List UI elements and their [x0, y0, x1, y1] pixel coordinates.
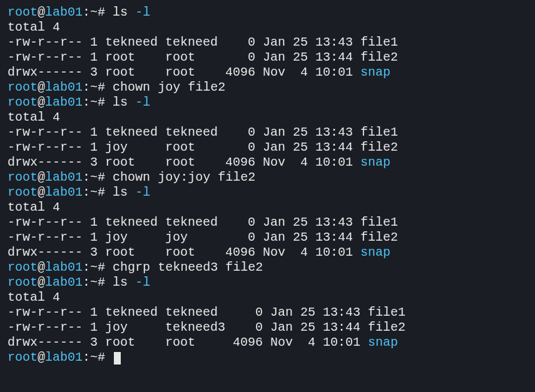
- file-name: file1: [368, 305, 405, 319]
- prompt-sep: :: [83, 80, 90, 94]
- prompt-user: root: [8, 95, 38, 109]
- total-line: total 4: [8, 200, 527, 215]
- command-line: root@lab01:~# ls -l: [8, 95, 527, 110]
- prompt-path: ~: [90, 275, 98, 289]
- table-row: -rw-r--r-- 1 tekneed tekneed 0 Jan 25 13…: [8, 125, 527, 140]
- prompt-at: @: [38, 5, 45, 19]
- prompt-symbol: #: [98, 80, 105, 94]
- table-row: -rw-r--r-- 1 joy joy 0 Jan 25 13:44 file…: [8, 230, 527, 245]
- table-row: -rw-r--r-- 1 tekneed tekneed 0 Jan 25 13…: [8, 305, 527, 320]
- cmd-name: chown: [113, 80, 150, 94]
- file-name: file2: [360, 50, 398, 64]
- prompt-sep: :: [83, 95, 90, 109]
- prompt-user: root: [8, 170, 38, 184]
- prompt-sep: :: [83, 350, 90, 364]
- cmd-name: chown: [113, 170, 150, 184]
- prompt-symbol: #: [98, 350, 105, 364]
- prompt-at: @: [38, 95, 45, 109]
- file-name-dir: snap: [360, 155, 390, 169]
- total-line: total 4: [8, 110, 527, 125]
- table-row: -rw-r--r-- 1 joy root 0 Jan 25 13:44 fil…: [8, 140, 527, 155]
- cmd-arg-flag: -l: [135, 185, 150, 199]
- prompt-host: lab01: [45, 5, 83, 19]
- cmd-arg-flag: -l: [135, 5, 150, 19]
- command-line: root@lab01:~# chown joy:joy file2: [8, 170, 527, 185]
- prompt-path: ~: [90, 185, 98, 199]
- prompt-sep: :: [83, 185, 90, 199]
- table-row: drwx------ 3 root root 4096 Nov 4 10:01 …: [8, 245, 527, 260]
- cmd-name: ls: [113, 5, 128, 19]
- file-name: file2: [360, 230, 398, 244]
- prompt-host: lab01: [45, 185, 83, 199]
- command-line: root@lab01:~# ls -l: [8, 275, 527, 290]
- prompt-path: ~: [90, 170, 98, 184]
- prompt-path: ~: [90, 80, 98, 94]
- file-name: file1: [360, 215, 398, 229]
- total-line: total 4: [8, 290, 527, 305]
- cmd-name: chgrp: [113, 260, 150, 274]
- prompt-symbol: #: [98, 275, 105, 289]
- file-name-dir: snap: [368, 335, 398, 349]
- prompt-at: @: [38, 185, 45, 199]
- table-row: -rw-r--r-- 1 root root 0 Jan 25 13:44 fi…: [8, 50, 527, 65]
- cmd-name: ls: [113, 185, 128, 199]
- prompt-symbol: #: [98, 170, 105, 184]
- prompt-user: root: [8, 185, 38, 199]
- prompt-symbol: #: [98, 95, 105, 109]
- cmd-args: joy:joy file2: [158, 170, 255, 184]
- prompt-host: lab01: [45, 80, 83, 94]
- command-line: root@lab01:~# ls -l: [8, 185, 527, 200]
- total-line: total 4: [8, 20, 527, 35]
- prompt-at: @: [38, 260, 45, 274]
- file-name: file1: [360, 125, 398, 139]
- cmd-arg-flag: -l: [135, 275, 150, 289]
- command-line: root@lab01:~# ls -l: [8, 5, 527, 20]
- command-line: root@lab01:~# chgrp tekneed3 file2: [8, 260, 527, 275]
- prompt-sep: :: [83, 170, 90, 184]
- file-name-dir: snap: [360, 65, 390, 79]
- prompt-sep: :: [83, 260, 90, 274]
- prompt-path: ~: [90, 350, 98, 364]
- prompt-user: root: [8, 260, 38, 274]
- file-name: file2: [360, 140, 398, 154]
- prompt-user: root: [8, 5, 38, 19]
- table-row: -rw-r--r-- 1 tekneed tekneed 0 Jan 25 13…: [8, 35, 527, 50]
- prompt-symbol: #: [98, 260, 105, 274]
- command-line: root@lab01:~# chown joy file2: [8, 80, 527, 95]
- prompt-host: lab01: [45, 350, 83, 364]
- prompt-host: lab01: [45, 170, 83, 184]
- prompt-path: ~: [90, 260, 98, 274]
- cmd-arg-flag: -l: [135, 95, 150, 109]
- prompt-user: root: [8, 350, 38, 364]
- table-row: drwx------ 3 root root 4096 Nov 4 10:01 …: [8, 155, 527, 170]
- prompt-sep: :: [83, 5, 90, 19]
- terminal[interactable]: root@lab01:~# ls -ltotal 4-rw-r--r-- 1 t…: [8, 5, 527, 365]
- prompt-host: lab01: [45, 275, 83, 289]
- prompt-host: lab01: [45, 260, 83, 274]
- file-name-dir: snap: [360, 245, 390, 259]
- prompt-user: root: [8, 275, 38, 289]
- prompt-symbol: #: [98, 185, 105, 199]
- file-name: file1: [360, 35, 398, 49]
- cursor-icon: [114, 352, 121, 364]
- cmd-args: joy file2: [158, 80, 225, 94]
- prompt-path: ~: [90, 5, 98, 19]
- cmd-name: ls: [113, 275, 128, 289]
- table-row: drwx------ 3 root root 4096 Nov 4 10:01 …: [8, 335, 527, 350]
- file-name: file2: [368, 320, 405, 334]
- table-row: -rw-r--r-- 1 joy tekneed3 0 Jan 25 13:44…: [8, 320, 527, 335]
- prompt-user: root: [8, 80, 38, 94]
- prompt-at: @: [38, 170, 45, 184]
- prompt-at: @: [38, 275, 45, 289]
- prompt-at: @: [38, 350, 45, 364]
- cmd-args: tekneed3 file2: [158, 260, 263, 274]
- prompt-at: @: [38, 80, 45, 94]
- table-row: -rw-r--r-- 1 tekneed tekneed 0 Jan 25 13…: [8, 215, 527, 230]
- cmd-name: ls: [113, 95, 128, 109]
- command-line-active[interactable]: root@lab01:~#: [8, 350, 527, 365]
- prompt-sep: :: [83, 275, 90, 289]
- table-row: drwx------ 3 root root 4096 Nov 4 10:01 …: [8, 65, 527, 80]
- prompt-path: ~: [90, 95, 98, 109]
- prompt-host: lab01: [45, 95, 83, 109]
- prompt-symbol: #: [98, 5, 105, 19]
